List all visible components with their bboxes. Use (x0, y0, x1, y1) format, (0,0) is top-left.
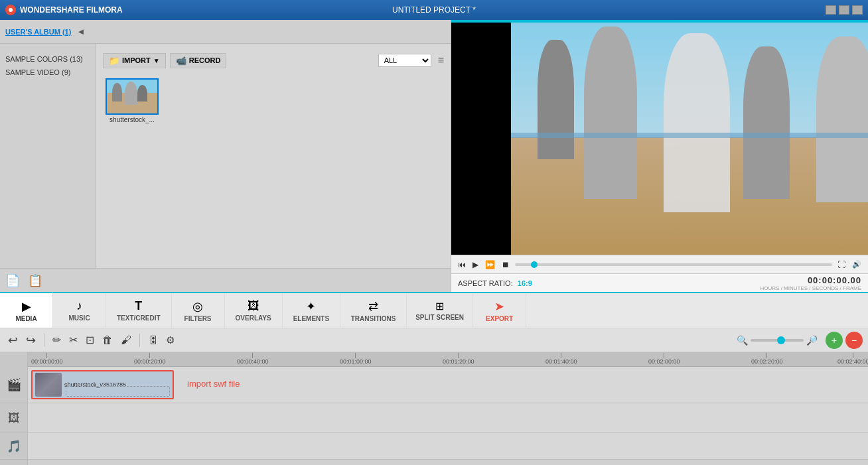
thumb-label: shutterstock_... (109, 116, 155, 123)
sidebar-item-users-album[interactable] (5, 48, 90, 52)
pen-tool-button[interactable]: ✏ (50, 332, 64, 348)
playhead-bar[interactable] (515, 263, 832, 266)
users-album-link[interactable]: USER'S ALBUM (1) (5, 28, 71, 36)
add-track-button[interactable]: + (826, 332, 843, 349)
filters-tab-icon: ◎ (192, 299, 203, 314)
playhead-indicator (531, 261, 538, 268)
zoom-in-icon[interactable]: 🔎 (806, 335, 818, 346)
zoom-out-icon[interactable]: 🔍 (737, 335, 748, 346)
timeline-tracks: 00:00:00:00 00:00:20:00 00:00:40:00 00:0… (28, 352, 868, 465)
media-sidebar: SAMPLE COLORS (13) SAMPLE VIDEO (9) (0, 44, 96, 268)
remove-track-button[interactable]: − (845, 332, 863, 349)
split-tool-button[interactable]: ✂ (66, 332, 80, 348)
ruler-mark-4: 00:01:20:00 (443, 353, 474, 365)
timecode-container: 00:00:00.00 HOURS / MINUTES / SECONDS / … (760, 275, 861, 291)
timeline-track-labels: 🎬 🖼 🎵 (0, 352, 28, 465)
filters-tab-label: FILTERS (184, 315, 212, 322)
maximize-button[interactable] (839, 5, 849, 15)
color-tool-button[interactable]: 🖌 (118, 333, 134, 348)
media-items: shutterstock_... (103, 76, 444, 126)
toolbar-separator-1 (44, 334, 44, 347)
import-hint: import swf file (187, 379, 240, 389)
elements-tab-icon: ✦ (306, 299, 316, 314)
grid-list-icon[interactable]: ≡ (438, 54, 444, 66)
audio-track-icon: 🎵 (0, 433, 27, 460)
overlays-tab-label: OVERLAYS (236, 314, 271, 322)
timeline-ruler: 00:00:00:00 00:00:20:00 00:00:40:00 00:0… (28, 352, 868, 367)
tab-overlays[interactable]: 🖼 OVERLAYS (225, 293, 283, 328)
media-content: 📁 IMPORT ▼ 📹 RECORD ALL VIDEO PHOTO (96, 44, 451, 268)
video-clip[interactable]: shutterstock_v3516785 (31, 370, 174, 399)
media-thumb-item[interactable]: shutterstock_... (106, 78, 159, 123)
zoom-bar: 🔍 🔎 (737, 335, 818, 346)
music-tab-label: MUSIC (68, 314, 90, 322)
media-library-body: SAMPLE COLORS (13) SAMPLE VIDEO (9) 📁 IM… (0, 44, 451, 268)
sidebar-item-sample-colors[interactable]: SAMPLE COLORS (13) (5, 53, 90, 65)
elements-tab-label: ELEMENTS (293, 315, 329, 322)
export-tab-icon: ➤ (494, 299, 504, 314)
tab-transitions[interactable]: ⇄ TRANSITIONS (340, 293, 407, 328)
import-button[interactable]: 📁 IMPORT ▼ (103, 53, 166, 68)
image-track-icon: 🖼 (0, 403, 27, 433)
zoom-slider[interactable] (751, 339, 804, 342)
track-video: shutterstock_v3516785 import swf file (28, 367, 868, 403)
media-filter-select[interactable]: ALL VIDEO PHOTO AUDIO (378, 54, 431, 67)
undo-button[interactable]: ↩ (5, 332, 21, 349)
timeline-body: 🎬 🖼 🎵 00:00:00:00 00:00:20:00 00:00:40:0… (0, 352, 868, 465)
delete-button[interactable]: 🗑 (100, 333, 115, 348)
split-tab-icon: ⊞ (435, 300, 444, 312)
stop-icon[interactable]: ⏹ (500, 259, 511, 271)
tab-media[interactable]: ▶ MEDIA (0, 292, 53, 328)
fast-forward-icon[interactable]: ⏩ (484, 259, 496, 271)
import-label: IMPORT (122, 56, 151, 64)
fullscreen-icon[interactable]: ⛶ (836, 259, 847, 271)
tab-elements[interactable]: ✦ ELEMENTS (283, 293, 340, 328)
redo-button[interactable]: ↪ (23, 332, 38, 349)
preview-video (451, 20, 868, 255)
media-library-header: USER'S ALBUM (1) ◄ (0, 20, 451, 44)
audio-mix-button[interactable]: 🎛 (145, 333, 161, 347)
crop-tool-button[interactable]: ⊡ (83, 332, 97, 348)
timeline-toolbar: ↩ ↪ ✏ ✂ ⊡ 🗑 🖌 🎛 ⚙ 🔍 🔎 + − (0, 328, 868, 352)
app-title: WONDERSHARE FILMORA (20, 5, 123, 15)
ruler-mark-3: 00:01:00:00 (340, 353, 372, 365)
track-settings-button[interactable]: ⚙ (163, 333, 177, 348)
split-tab-label: SPLIT SCREEN (415, 314, 464, 321)
text-tab-label: TEXT/CREDIT (117, 314, 161, 322)
sidebar-item-sample-video[interactable]: SAMPLE VIDEO (9) (5, 66, 90, 78)
import-chevron: ▼ (153, 57, 160, 64)
media-library: USER'S ALBUM (1) ◄ SAMPLE COLORS (13) SA… (0, 20, 451, 292)
add-media-icon[interactable]: 📄 (5, 273, 20, 288)
tab-text[interactable]: T TEXT/CREDIT (106, 293, 172, 328)
media-toolbar: 📁 IMPORT ▼ 📹 RECORD ALL VIDEO PHOTO (103, 50, 444, 70)
tab-export[interactable]: ➤ EXPORT (473, 293, 526, 328)
tab-filters[interactable]: ◎ FILTERS (172, 293, 225, 328)
volume-icon[interactable]: 🔊 (851, 259, 863, 270)
import-to-album-icon[interactable]: 📋 (28, 273, 42, 288)
ruler-mark-8: 00:02:40:00 (837, 353, 868, 365)
minimize-button[interactable] (826, 5, 836, 15)
close-button[interactable] (852, 5, 863, 15)
aspect-ratio-value: 16:9 (518, 279, 532, 287)
ruler-spacer (0, 352, 27, 367)
skip-back-icon[interactable]: ⏮ (457, 259, 467, 271)
timeline-right-buttons: + − (826, 332, 863, 349)
thumb-preview (106, 78, 159, 115)
title-bar: WONDERSHARE FILMORA UNTITLED PROJECT * (0, 0, 868, 20)
clip-dashed (66, 386, 170, 397)
zoom-handle (777, 336, 785, 344)
window-controls[interactable] (826, 5, 863, 15)
tab-music[interactable]: ♪ MUSIC (53, 293, 106, 328)
ruler-mark-6: 00:02:00:00 (648, 353, 680, 365)
app-logo-icon (5, 5, 16, 15)
album-back-icon[interactable]: ◄ (76, 27, 85, 36)
ruler-mark-2: 00:00:40:00 (237, 353, 269, 365)
record-button[interactable]: 📹 RECORD (170, 53, 227, 68)
transitions-tab-icon: ⇄ (368, 299, 378, 314)
tab-bar: ▶ MEDIA ♪ MUSIC T TEXT/CREDIT ◎ FILTERS … (0, 292, 868, 328)
clip-thumbnail (35, 373, 62, 397)
tab-split[interactable]: ⊞ SPLIT SCREEN (407, 293, 473, 328)
overlays-tab-icon: 🖼 (248, 299, 259, 313)
play-icon[interactable]: ▶ (471, 259, 480, 271)
music-tab-icon: ♪ (76, 299, 82, 313)
